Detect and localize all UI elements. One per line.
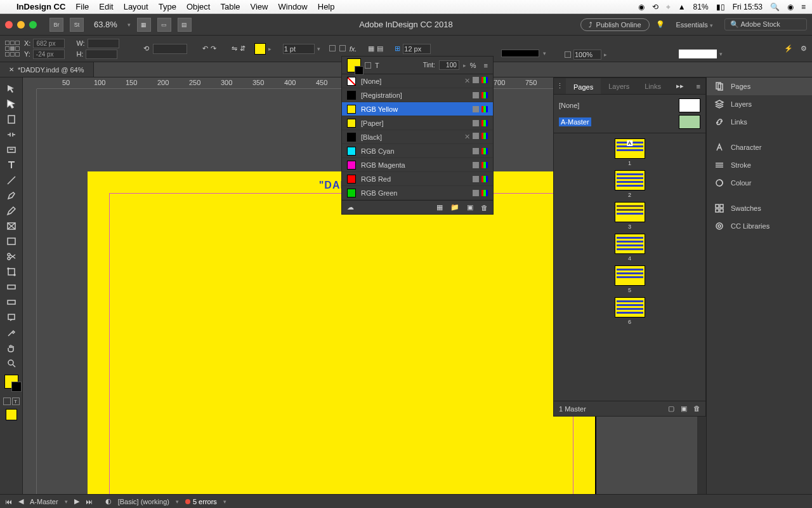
- page-thumb-2[interactable]: 2: [615, 170, 645, 198]
- tint-stepper[interactable]: ▸: [463, 62, 466, 69]
- page-thumb-1[interactable]: A1: [615, 138, 645, 166]
- dock-layers[interactable]: Layers: [707, 95, 812, 113]
- new-swatch-icon[interactable]: ▣: [467, 203, 473, 211]
- dock-pages[interactable]: Pages: [707, 77, 812, 95]
- view-option-2[interactable]: ▭: [157, 18, 171, 32]
- rotate-icon[interactable]: ⟲: [143, 44, 149, 53]
- undo-icon[interactable]: ↶: [202, 44, 208, 53]
- page-thumb-6[interactable]: 6: [615, 297, 645, 325]
- note-tool[interactable]: [2, 310, 21, 325]
- apply-container[interactable]: [3, 398, 11, 405]
- menu-file[interactable]: File: [75, 2, 89, 11]
- delete-page-icon[interactable]: 🗑: [693, 404, 700, 413]
- flip-v-icon[interactable]: ⇵: [240, 44, 246, 53]
- flip-h-icon[interactable]: ⇋: [232, 44, 237, 53]
- minimize-button[interactable]: [17, 21, 25, 29]
- direct-selection-tool[interactable]: [2, 97, 21, 112]
- selection-tool[interactable]: [2, 81, 21, 97]
- gear-icon[interactable]: ⚙: [801, 44, 807, 53]
- trash-icon[interactable]: 🗑: [481, 204, 488, 211]
- last-page-icon[interactable]: ⏭: [86, 498, 93, 505]
- opacity-input[interactable]: [573, 50, 601, 60]
- panel-grip-icon[interactable]: ⋮: [554, 82, 566, 90]
- battery-icon[interactable]: ▮▯: [716, 3, 725, 11]
- apply-color[interactable]: [6, 409, 17, 420]
- dock-colour[interactable]: Colour: [707, 174, 812, 192]
- ruler-vertical[interactable]: [23, 89, 37, 494]
- menu-window[interactable]: Window: [278, 2, 308, 11]
- cloud-icon[interactable]: ☁: [347, 203, 354, 211]
- maximize-button[interactable]: [29, 21, 37, 29]
- first-page-icon[interactable]: ⏮: [5, 498, 12, 505]
- collapse-icon[interactable]: ▸▸: [671, 82, 689, 90]
- preflight-profile[interactable]: [Basic] (working): [118, 498, 169, 505]
- swatch-row-7[interactable]: RGB Red: [342, 172, 493, 186]
- zoom-level[interactable]: 63.8%: [94, 20, 117, 29]
- close-tab-icon[interactable]: ✕: [9, 66, 14, 73]
- spacing-input[interactable]: [403, 44, 431, 54]
- eyedropper-tool[interactable]: [2, 325, 21, 340]
- pencil-tool[interactable]: [2, 203, 21, 218]
- dock-cc-libraries[interactable]: CC Libraries: [707, 217, 812, 235]
- content-collector-tool[interactable]: [2, 142, 21, 157]
- zoom-tool[interactable]: [2, 356, 21, 371]
- folder-icon[interactable]: 📁: [450, 203, 459, 211]
- notifications-icon[interactable]: ≡: [801, 3, 806, 11]
- hand-tool[interactable]: [2, 340, 21, 356]
- swatch-row-8[interactable]: RGB Green: [342, 186, 493, 200]
- fill-swatch[interactable]: [254, 43, 266, 55]
- swatch-text-toggle[interactable]: T: [375, 62, 379, 69]
- x-input[interactable]: [33, 39, 65, 48]
- wrap-2[interactable]: ▤: [377, 44, 383, 53]
- fx-button-2[interactable]: [339, 45, 346, 51]
- bluetooth-icon[interactable]: ⌖: [666, 3, 671, 11]
- swatch-current-fill[interactable]: [347, 58, 361, 72]
- stock-button[interactable]: St: [70, 18, 84, 32]
- redo-icon[interactable]: ↷: [211, 44, 216, 53]
- lightning-icon[interactable]: ⚡: [784, 44, 793, 53]
- cc-icon[interactable]: ◉: [638, 3, 645, 11]
- wrap-1[interactable]: ▦: [368, 44, 374, 53]
- dock-links[interactable]: Links: [707, 113, 812, 131]
- gradient-swatch-tool[interactable]: [2, 279, 21, 295]
- free-transform-tool[interactable]: [2, 264, 21, 279]
- pen-tool[interactable]: [2, 188, 21, 203]
- tab-links[interactable]: Links: [637, 78, 669, 94]
- swatch-row-5[interactable]: RGB Cyan: [342, 144, 493, 158]
- tab-pages[interactable]: Pages: [566, 78, 601, 94]
- rectangle-tool[interactable]: [2, 234, 21, 249]
- publish-online-button[interactable]: ⤴Publish Online: [580, 18, 650, 31]
- menu-type[interactable]: Type: [159, 2, 176, 11]
- edit-page-icon[interactable]: ▢: [668, 404, 674, 413]
- prev-page-icon[interactable]: ◀: [18, 497, 23, 505]
- spotlight-icon[interactable]: 🔍: [770, 3, 780, 11]
- menu-help[interactable]: Help: [318, 2, 335, 11]
- apply-text[interactable]: T: [12, 398, 20, 405]
- workspace-switcher[interactable]: Essentials ▾: [676, 20, 713, 29]
- swatch-row-2[interactable]: RGB Yellow: [342, 102, 493, 116]
- corner-preview[interactable]: [679, 50, 717, 58]
- dock-stroke[interactable]: Stroke: [707, 156, 812, 174]
- siri-icon[interactable]: ◉: [787, 3, 794, 11]
- h-input[interactable]: [86, 50, 117, 59]
- gradient-feather-tool[interactable]: [2, 295, 21, 310]
- page-field[interactable]: A-Master: [30, 498, 58, 505]
- close-button[interactable]: [5, 21, 13, 29]
- opacity-box[interactable]: [565, 51, 571, 58]
- type-tool[interactable]: [2, 157, 21, 173]
- fill-stroke-swatch[interactable]: [4, 375, 18, 389]
- panel-menu-icon[interactable]: ≡: [691, 83, 705, 90]
- tab-layers[interactable]: Layers: [601, 78, 637, 94]
- master-a[interactable]: A-Master: [559, 114, 700, 130]
- line-tool[interactable]: [2, 173, 21, 188]
- menu-view[interactable]: View: [251, 2, 268, 11]
- master-none[interactable]: [None]: [559, 97, 700, 114]
- page-thumb-5[interactable]: 5: [615, 265, 645, 293]
- swatch-row-0[interactable]: [None]✕: [342, 74, 493, 88]
- reference-point[interactable]: [5, 41, 22, 57]
- view-option-1[interactable]: ▦: [137, 18, 151, 32]
- bridge-button[interactable]: Br: [49, 18, 63, 32]
- sync-icon[interactable]: ⟲: [652, 3, 658, 11]
- align-icon[interactable]: ⊞: [395, 44, 400, 53]
- app-name[interactable]: InDesign CC: [16, 2, 65, 11]
